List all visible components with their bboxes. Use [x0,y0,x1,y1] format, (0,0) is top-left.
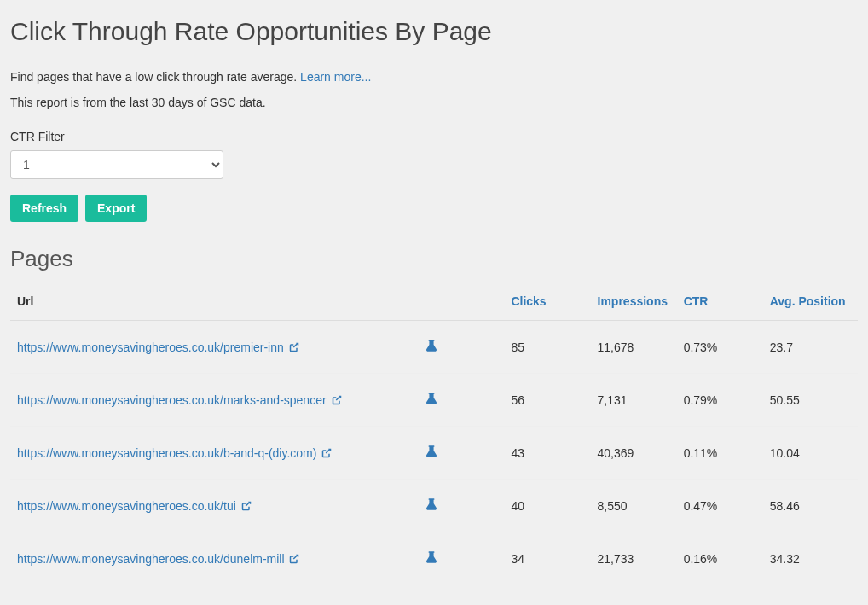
cell-clicks: 56 [504,374,590,427]
table-row: https://www.moneysavingheroes.co.uk/prem… [10,321,858,374]
cell-impressions: 10,732 [591,585,677,606]
page-url-link[interactable]: https://www.moneysavingheroes.co.uk/mark… [17,393,327,407]
page-url-link[interactable]: https://www.moneysavingheroes.co.uk/dune… [17,552,285,566]
cell-impressions: 21,733 [591,532,677,585]
cell-impressions: 40,369 [591,427,677,480]
page-url-link[interactable]: https://www.moneysavingheroes.co.uk/tui [17,499,236,513]
cell-clicks: 43 [504,427,590,480]
export-button[interactable]: Export [85,195,147,222]
external-link-icon[interactable] [289,342,299,352]
col-header-clicks[interactable]: Clicks [504,282,590,321]
external-link-icon[interactable] [289,554,299,564]
table-row: https://www.moneysavingheroes.co.uk/blog… [10,585,858,606]
external-link-icon[interactable] [241,501,252,511]
cell-clicks: 32 [504,585,590,606]
col-header-ctr[interactable]: CTR [677,282,763,321]
refresh-button[interactable]: Refresh [10,195,78,222]
cell-ctr: 0.79% [677,374,763,427]
cell-clicks: 40 [504,480,590,532]
table-row: https://www.moneysavingheroes.co.uk/tui … [10,480,858,532]
cell-ctr: 0.73% [677,321,763,374]
intro-copy: Find pages that have a low click through… [10,70,300,84]
page-url-link[interactable]: https://www.moneysavingheroes.co.uk/b-an… [17,446,316,460]
cell-impressions: 7,131 [591,374,677,427]
external-link-icon[interactable] [332,395,342,405]
col-header-url[interactable]: Url [10,282,420,321]
table-row: https://www.moneysavingheroes.co.uk/mark… [10,374,858,427]
cell-position: 10.04 [763,427,858,480]
cell-ctr: 0.16% [677,532,763,585]
section-heading: Pages [10,246,858,272]
flask-icon[interactable] [426,551,437,563]
intro-text: Find pages that have a low click through… [10,70,858,84]
cell-position: 50.55 [763,374,858,427]
cell-clicks: 34 [504,532,590,585]
flask-icon[interactable] [426,445,437,457]
cell-position: 23.7 [763,321,858,374]
col-header-position[interactable]: Avg. Position [763,282,858,321]
cell-ctr: 0.3% [677,585,763,606]
page-url-link[interactable]: https://www.moneysavingheroes.co.uk/prem… [17,340,284,354]
cell-impressions: 8,550 [591,480,677,532]
flask-icon[interactable] [426,340,437,352]
table-row: https://www.moneysavingheroes.co.uk/b-an… [10,427,858,480]
col-header-impressions[interactable]: Impressions [591,282,677,321]
page-title: Click Through Rate Opportunities By Page [10,17,858,46]
col-header-flask [420,282,504,321]
report-range-text: This report is from the last 30 days of … [10,96,858,109]
cell-clicks: 85 [504,321,590,374]
ctr-filter-label: CTR Filter [10,130,858,143]
flask-icon[interactable] [426,498,437,510]
cell-ctr: 0.11% [677,427,763,480]
cell-position: 34.32 [763,532,858,585]
cell-position: 57.17 [763,585,858,606]
pages-table: Url Clicks Impressions CTR Avg. Position… [10,282,858,605]
external-link-icon[interactable] [321,448,332,458]
learn-more-link[interactable]: Learn more... [300,70,371,84]
cell-ctr: 0.47% [677,480,763,532]
ctr-filter-select[interactable]: 1 [10,150,223,179]
cell-position: 58.46 [763,480,858,532]
flask-icon[interactable] [426,393,437,404]
table-row: https://www.moneysavingheroes.co.uk/dune… [10,532,858,585]
cell-impressions: 11,678 [591,321,677,374]
